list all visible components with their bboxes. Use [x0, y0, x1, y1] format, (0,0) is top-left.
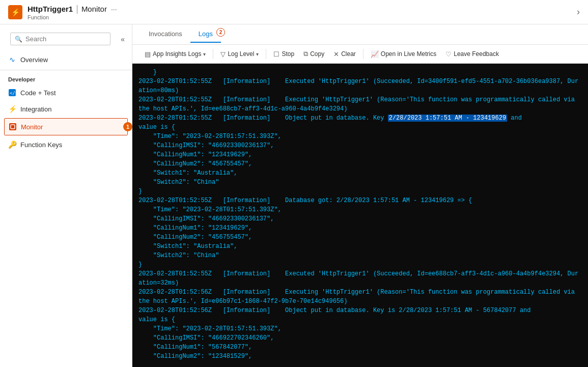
- search-icon: 🔍: [15, 36, 22, 43]
- overview-icon: ∿: [8, 55, 16, 64]
- log-highlight: 2/28/2023 1:57:51 AM - 123419629: [388, 115, 507, 122]
- search-input[interactable]: [25, 35, 106, 43]
- log-level-label: Log Level: [228, 50, 254, 58]
- svg-rect-2: [9, 123, 16, 130]
- sidebar-item-integration[interactable]: ⚡ Integration: [0, 101, 132, 117]
- sidebar-section-developer: Developer: [0, 70, 132, 84]
- toolbar-divider-2: [266, 49, 266, 59]
- log-level-icon: ▽: [220, 50, 226, 58]
- sidebar-item-function-keys[interactable]: 🔑 Function Keys: [0, 136, 132, 153]
- stop-icon: ☐: [273, 50, 279, 58]
- header-separator: |: [76, 4, 78, 14]
- toolbar-divider-3: [363, 49, 363, 59]
- tab-logs-wrap: Logs 2: [190, 26, 221, 43]
- stop-label: Stop: [282, 50, 294, 58]
- clear-icon: ✕: [333, 50, 339, 58]
- sidebar-item-overview[interactable]: ∿ Overview: [0, 51, 132, 68]
- function-keys-icon: 🔑: [8, 140, 16, 149]
- monitor-icon: [9, 123, 17, 131]
- sidebar-item-monitor[interactable]: Monitor: [5, 119, 127, 135]
- app-icon: ⚡: [8, 5, 22, 19]
- copy-button[interactable]: ⧉ Copy: [299, 48, 328, 60]
- logs-tab-badge: 2: [216, 28, 225, 37]
- log-level-chevron: ▾: [256, 51, 259, 57]
- live-metrics-icon: 📈: [371, 50, 379, 58]
- copy-icon: ⧉: [303, 50, 308, 58]
- feedback-label: Leave Feedback: [454, 50, 499, 58]
- search-box[interactable]: 🔍: [10, 33, 110, 45]
- function-subtitle: Function: [27, 14, 117, 20]
- app-insights-icon: ▤: [145, 50, 151, 58]
- clear-button[interactable]: ✕ Clear: [329, 48, 360, 60]
- page-title: Monitor: [81, 5, 107, 13]
- collapse-button[interactable]: «: [119, 33, 127, 45]
- feedback-button[interactable]: ♡ Leave Feedback: [441, 48, 503, 60]
- tab-invocations[interactable]: Invocations: [141, 26, 190, 43]
- top-header: ⚡ HttpTrigger1 | Monitor ··· Function ›: [0, 0, 588, 24]
- log-level-button[interactable]: ▽ Log Level ▾: [216, 48, 263, 60]
- sidebar-item-integration-label: Integration: [20, 105, 51, 113]
- stop-button[interactable]: ☐ Stop: [269, 48, 298, 60]
- clear-label: Clear: [341, 50, 356, 58]
- header-title: HttpTrigger1 | Monitor ··· Function: [27, 4, 117, 20]
- feedback-icon: ♡: [445, 50, 452, 58]
- toolbar: ▤ App Insights Logs ▾ ▽ Log Level ▾ ☐ St…: [132, 45, 588, 64]
- code-icon: </>: [8, 89, 16, 97]
- sidebar-item-code-test-label: Code + Test: [20, 89, 56, 97]
- sidebar-item-function-keys-label: Function Keys: [20, 141, 62, 149]
- monitor-badge: 1: [123, 122, 132, 131]
- tabs-bar: Invocations Logs 2: [132, 24, 588, 45]
- sidebar: 🔍 « ∿ Overview Developer </> Code + Test…: [0, 24, 132, 367]
- sidebar-item-monitor-label: Monitor: [21, 123, 43, 131]
- live-metrics-button[interactable]: 📈 Open in Live Metrics: [367, 48, 440, 60]
- sidebar-item-code-test[interactable]: </> Code + Test: [0, 84, 132, 101]
- app-insights-logs-button[interactable]: ▤ App Insights Logs ▾: [141, 48, 210, 60]
- copy-label: Copy: [310, 50, 324, 58]
- header-more[interactable]: ···: [111, 5, 117, 13]
- tab-logs[interactable]: Logs: [190, 26, 221, 43]
- app-insights-label: App Insights Logs: [153, 50, 201, 58]
- svg-text:</>: </>: [10, 91, 16, 96]
- app-insights-chevron: ▾: [203, 51, 206, 57]
- content-area: Invocations Logs 2 ▤ App Insights Logs ▾…: [132, 24, 588, 367]
- sidebar-item-overview-label: Overview: [20, 56, 48, 64]
- live-metrics-label: Open in Live Metrics: [381, 50, 436, 58]
- integration-icon: ⚡: [8, 105, 16, 113]
- monitor-active-box: Monitor 1: [4, 118, 128, 135]
- expand-icon[interactable]: ›: [577, 7, 580, 17]
- toolbar-divider-1: [213, 49, 213, 59]
- main-layout: 🔍 « ∿ Overview Developer </> Code + Test…: [0, 24, 588, 367]
- function-name: HttpTrigger1: [27, 5, 73, 13]
- log-output[interactable]: } 2023-02-28T01:52:55Z [Information] Exe…: [132, 64, 588, 367]
